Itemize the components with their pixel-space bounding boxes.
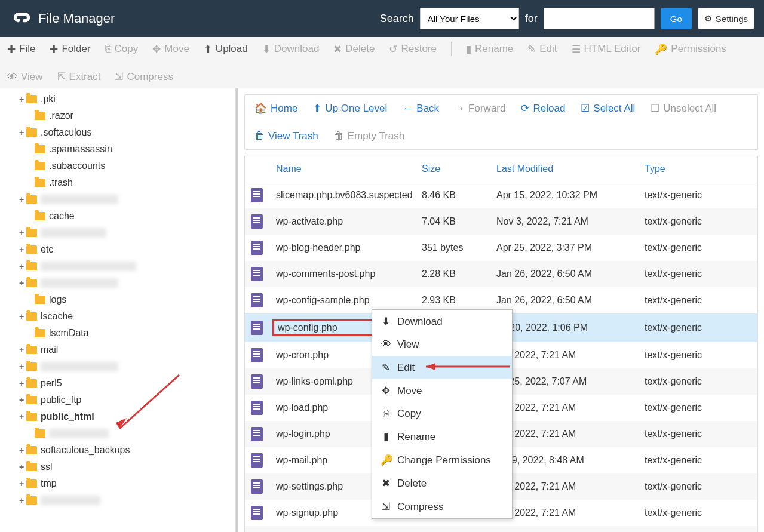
tree-item-.pki[interactable]: +.pki — [0, 91, 235, 107]
folder-label: softaculous_backups — [41, 445, 130, 456]
forward-button[interactable]: →Forward — [455, 103, 505, 115]
cm-icon: ⎘ — [381, 408, 391, 420]
expand-icon[interactable]: + — [18, 445, 25, 455]
tree-item-ssl[interactable]: +ssl — [0, 459, 235, 475]
tree-item-.softaculous[interactable]: +.softaculous — [0, 124, 235, 141]
upload-icon: ⬆ — [204, 43, 212, 56]
tree-item-.razor[interactable]: .razor — [0, 107, 235, 124]
tree-item-lscmData[interactable]: lscmData — [0, 325, 235, 342]
expand-icon[interactable]: + — [18, 245, 25, 254]
cell-type: text/x-generic — [645, 322, 751, 333]
table-row[interactable]: wp-activate.php7.04 KBNov 3, 2022, 7:21 … — [245, 208, 757, 235]
extract-button[interactable]: ⇱Extract — [57, 70, 101, 83]
back-button[interactable]: ←Back — [403, 103, 439, 115]
tree-item-.subaccounts[interactable]: .subaccounts — [0, 158, 235, 174]
file-button[interactable]: ✚File — [7, 43, 35, 56]
tree-item-.trash[interactable]: .trash — [0, 174, 235, 191]
tree-item-cache[interactable]: cache — [0, 208, 235, 225]
tree-item-softaculous_backups[interactable]: +softaculous_backups — [0, 442, 235, 459]
tree-item-lscache[interactable]: +lscache — [0, 308, 235, 325]
permissions-button[interactable]: 🔑Permissions — [655, 43, 726, 56]
context-rename[interactable]: ▮Rename — [372, 425, 512, 448]
compress-button[interactable]: ⇲Compress — [115, 70, 173, 83]
tree-item-etc[interactable]: +etc — [0, 241, 235, 258]
folder-button[interactable]: ✚Folder — [50, 43, 90, 56]
expand-icon[interactable]: + — [18, 228, 25, 238]
expand-icon[interactable]: + — [18, 312, 25, 321]
uncheck-icon: ☐ — [651, 102, 659, 115]
up-button[interactable]: ⬆Up One Level — [313, 102, 387, 115]
context-move[interactable]: ✥Move — [372, 379, 512, 402]
expand-icon[interactable]: + — [18, 362, 25, 371]
table-row[interactable]: slicemap.php.bv6083.suspected8.46 KBApr … — [245, 182, 757, 208]
tree-item-perl5[interactable]: +perl5 — [0, 375, 235, 392]
col-type[interactable]: Type — [645, 164, 751, 174]
reload-button[interactable]: ⟳Reload — [521, 102, 565, 115]
folder-label: tmp — [41, 478, 57, 489]
move-button[interactable]: ✥Move — [152, 43, 189, 56]
table-row[interactable]: wp-comments-post.php2.28 KBJan 26, 2022,… — [245, 261, 757, 287]
context-compress[interactable]: ⇲Compress — [372, 495, 512, 518]
delete-button[interactable]: ✖Delete — [333, 43, 375, 56]
tree-item-logs[interactable]: logs — [0, 291, 235, 308]
col-name[interactable]: Name — [251, 164, 422, 174]
select-all-button[interactable]: ☑Select All — [581, 102, 635, 115]
table-row[interactable]: wp-trackback.phpv 3, 2022, 7:21 AMtext/x… — [245, 526, 757, 532]
folder-tree[interactable]: +.pki.razor+.softaculous.spamassassin.su… — [0, 88, 236, 532]
settings-button[interactable]: ⚙ Settings — [698, 8, 754, 29]
expand-icon[interactable]: + — [18, 412, 25, 422]
up-label: Up One Level — [325, 103, 387, 115]
rename-button[interactable]: ▮Rename — [466, 43, 513, 56]
expand-icon[interactable]: + — [18, 262, 25, 271]
context-edit[interactable]: ✎Edit — [372, 356, 512, 379]
expand-icon[interactable]: + — [18, 345, 25, 355]
view-button[interactable]: 👁View — [7, 71, 43, 83]
empty-trash-button[interactable]: 🗑Empty Trash — [334, 130, 404, 142]
home-button[interactable]: 🏠Home — [254, 102, 297, 115]
search-input[interactable] — [544, 8, 655, 29]
expand-icon[interactable]: + — [18, 479, 25, 488]
context-delete[interactable]: ✖Delete — [372, 472, 512, 495]
tree-item-tmp[interactable]: +tmp — [0, 475, 235, 492]
expand-icon[interactable]: + — [18, 94, 25, 104]
tree-item-redacted[interactable]: + — [0, 258, 235, 275]
expand-icon[interactable]: + — [18, 496, 25, 505]
expand-icon[interactable]: + — [18, 195, 25, 204]
download-button[interactable]: ⬇Download — [262, 43, 320, 56]
expand-icon[interactable]: + — [18, 278, 25, 288]
tree-item-public_html[interactable]: +public_html — [0, 408, 235, 425]
expand-icon[interactable]: + — [18, 462, 25, 472]
tree-item-redacted[interactable] — [0, 425, 235, 442]
restore-button[interactable]: ↺Restore — [389, 43, 437, 56]
tree-item-mail[interactable]: +mail — [0, 342, 235, 358]
cm-label: Rename — [397, 431, 435, 443]
table-row[interactable]: wp-blog-header.php351 bytesApr 25, 2022,… — [245, 235, 757, 261]
context-change-permissions[interactable]: 🔑Change Permissions — [372, 448, 512, 472]
expand-icon[interactable]: + — [18, 128, 25, 137]
expand-icon[interactable]: + — [18, 395, 25, 405]
expand-icon[interactable]: + — [18, 379, 25, 388]
tree-item-redacted[interactable]: + — [0, 275, 235, 291]
cell-modified: v 3, 2022, 7:21 AM — [496, 429, 645, 439]
html-editor-button[interactable]: ☰HTML Editor — [572, 43, 641, 56]
upload-button[interactable]: ⬆Upload — [204, 43, 248, 56]
folder-label: lscache — [41, 311, 73, 322]
col-modified[interactable]: Last Modified — [496, 164, 645, 174]
col-size[interactable]: Size — [422, 164, 496, 174]
tree-item-.spamassassin[interactable]: .spamassassin — [0, 141, 235, 158]
copy-button[interactable]: ⎘Copy — [105, 43, 139, 55]
context-view[interactable]: 👁View — [372, 333, 512, 356]
view-trash-button[interactable]: 🗑View Trash — [254, 130, 318, 142]
folder-icon — [26, 379, 37, 388]
tree-item-redacted[interactable]: + — [0, 225, 235, 241]
search-scope-select[interactable]: All Your Files — [420, 8, 519, 29]
context-copy[interactable]: ⎘Copy — [372, 402, 512, 425]
unselect-button[interactable]: ☐Unselect All — [651, 102, 716, 115]
tree-item-redacted[interactable]: + — [0, 358, 235, 375]
go-button[interactable]: Go — [661, 8, 692, 29]
tree-item-public_ftp[interactable]: +public_ftp — [0, 392, 235, 408]
edit-button[interactable]: ✎Edit — [527, 43, 557, 56]
context-download[interactable]: ⬇Download — [372, 310, 512, 333]
tree-item-redacted[interactable]: + — [0, 191, 235, 208]
tree-item-redacted[interactable]: + — [0, 492, 235, 509]
